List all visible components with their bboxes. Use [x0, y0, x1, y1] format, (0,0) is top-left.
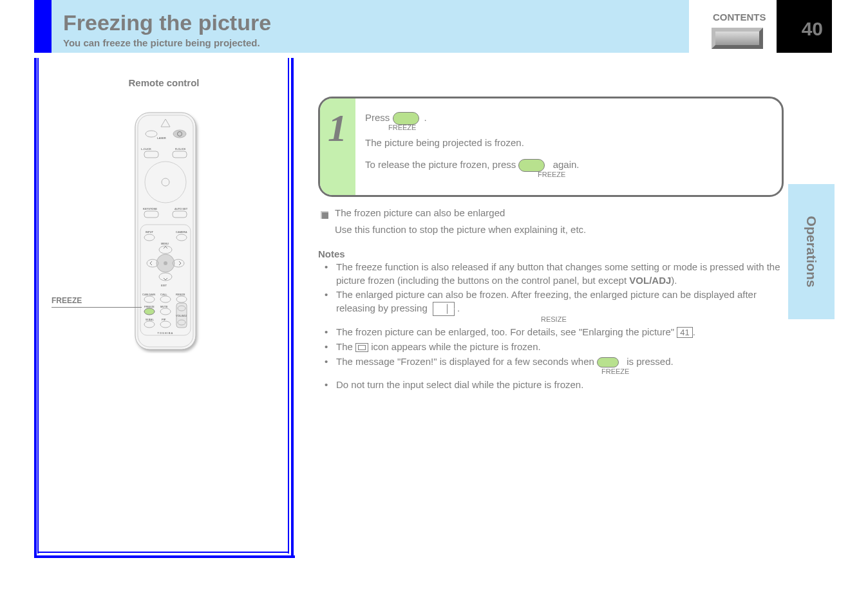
header-spine	[34, 0, 52, 53]
note-item-2: The enlarged picture can also be frozen.…	[332, 288, 785, 324]
frame-divider	[291, 58, 294, 558]
svg-point-4	[173, 130, 186, 138]
svg-text:EXIT: EXIT	[161, 284, 167, 287]
svg-text:MUTE: MUTE	[160, 305, 168, 308]
svg-text:MENU: MENU	[161, 242, 169, 245]
svg-text:R-CLICK: R-CLICK	[175, 147, 186, 151]
svg-text:KEYSTONE: KEYSTONE	[143, 207, 157, 210]
notes-title: Notes	[318, 248, 785, 259]
svg-text:RESIZE: RESIZE	[176, 293, 185, 296]
page-subtitle: You can freeze the picture being project…	[63, 37, 260, 48]
frame-bottom	[34, 555, 295, 558]
frame-bottom-inner	[37, 552, 289, 553]
section-tab-label: Operations	[804, 216, 819, 288]
svg-point-27	[164, 261, 167, 265]
notes-block: Notes The freeze function is also releas…	[318, 248, 785, 393]
continue-label: CONTENTS	[713, 12, 766, 23]
step-line1-prefix: Press	[365, 112, 390, 123]
frame-left-inner	[37, 58, 39, 554]
step-number: 1	[328, 106, 347, 151]
step-line3a: To release the picture frozen, press	[365, 159, 516, 170]
callout-line	[52, 307, 142, 308]
remote-caption: Remote control	[53, 77, 275, 88]
svg-text:L-CLICK: L-CLICK	[141, 147, 151, 151]
note-item-4: The icon appears while the picture is fr…	[332, 340, 785, 354]
step-line2: The picture being projected is frozen.	[365, 136, 769, 149]
svg-text:CALL: CALL	[160, 293, 167, 296]
svg-text:CAM.GAIN: CAM.GAIN	[142, 293, 155, 296]
page-ref: 41	[677, 327, 692, 338]
freeze-pill-label: FREEZE	[388, 123, 769, 133]
contents-button[interactable]	[712, 28, 763, 49]
note-item-1: The freeze function is also released if …	[332, 261, 785, 287]
svg-point-37	[144, 308, 155, 315]
page-title: Freezing the picture	[63, 10, 271, 35]
step-line1-suffix: .	[424, 112, 427, 123]
frame-divider-inner	[288, 58, 289, 554]
bullet-icon	[321, 211, 328, 219]
svg-text:FREEZE: FREEZE	[144, 305, 155, 308]
note-item-6: Do not turn the input select dial while …	[332, 378, 785, 392]
svg-text:VOL/ADJ: VOL/ADJ	[176, 314, 187, 317]
bullet-heading: The frozen picture can also be enlarged	[335, 207, 505, 218]
section-tab: Operations	[788, 184, 835, 319]
svg-text:AUTO SET: AUTO SET	[175, 207, 188, 210]
svg-text:INPUT: INPUT	[146, 230, 154, 234]
svg-text:CAMERA: CAMERA	[176, 230, 187, 234]
remote-brand: TOSHIBA	[158, 331, 174, 335]
step-line3b: again.	[553, 159, 580, 170]
note-item-3: The frozen picture can be enlarged, too.…	[332, 326, 785, 339]
note-item-5: The message "Frozen!" is displayed for a…	[332, 355, 785, 377]
resize-icon	[433, 302, 455, 316]
freeze-callout: FREEZE	[52, 296, 82, 305]
frame-left	[34, 58, 37, 558]
svg-text:PIP: PIP	[162, 318, 166, 321]
page-number: 40	[802, 18, 823, 40]
bullet-lead: Use this function to stop the picture wh…	[335, 224, 586, 235]
remote-control-diagram: LASER L-CLICK R-CLICK KEYSTONE AUTO SET …	[130, 110, 201, 353]
svg-text:W.BAL: W.BAL	[146, 318, 154, 321]
svg-text:LASER: LASER	[157, 136, 166, 140]
step-box: 1 Press . FREEZE The picture being proje…	[318, 97, 784, 197]
step-body: Press . FREEZE The picture being project…	[365, 111, 769, 180]
freeze-button-icon-3	[597, 357, 619, 367]
